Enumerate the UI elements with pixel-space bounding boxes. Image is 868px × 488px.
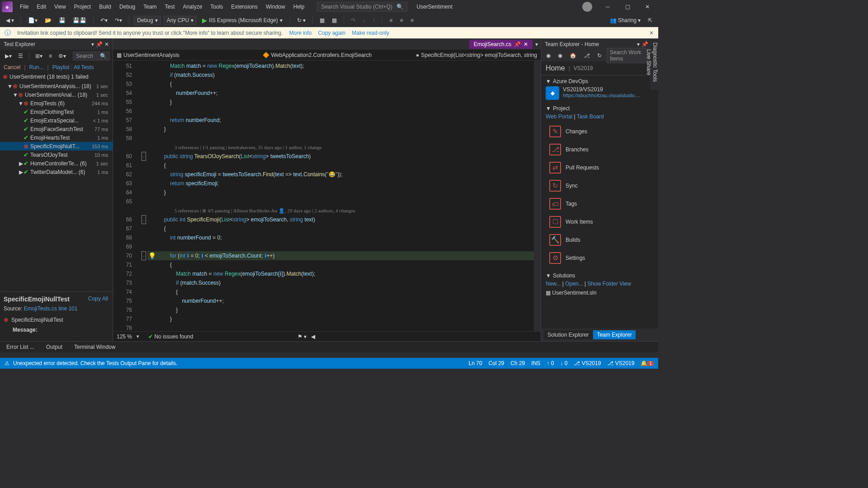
close-icon[interactable]: ✕: [104, 41, 109, 47]
save[interactable]: 💾: [57, 16, 68, 25]
user-avatar[interactable]: [582, 2, 592, 12]
global-search[interactable]: Search Visual Studio (Ctrl+Q) 🔍: [317, 2, 407, 12]
test-search[interactable]: Search🔍: [73, 52, 110, 61]
editor-tab-active[interactable]: EmojiSearch.cs 📌 ✕: [469, 40, 533, 49]
pin-icon[interactable]: 📌: [96, 41, 103, 47]
task-board-link[interactable]: Task Board: [577, 113, 604, 120]
tool1[interactable]: ▦: [317, 16, 327, 25]
diagnostic-tools-tab[interactable]: Diagnostic Tools: [652, 42, 658, 82]
group-by-icon[interactable]: ⊞▾: [33, 52, 45, 61]
nav-back[interactable]: ◀ ▾: [4, 16, 16, 25]
tab-pin-icon[interactable]: 📌: [514, 41, 521, 47]
more-info-link[interactable]: More info: [289, 30, 312, 36]
tool2[interactable]: ▦: [330, 16, 339, 25]
project-item-settings[interactable]: ⚙Settings: [546, 249, 654, 267]
platform-dropdown[interactable]: Any CPU ▾: [164, 16, 197, 25]
menu-edit[interactable]: Edit: [33, 2, 50, 12]
tab-overflow[interactable]: ▾: [533, 41, 541, 47]
output-tab[interactable]: Error List ...: [3, 343, 38, 352]
menu-project[interactable]: Project: [71, 2, 94, 12]
output-tab[interactable]: Terminal Window: [71, 343, 119, 352]
menu-file[interactable]: File: [16, 2, 32, 12]
test-row[interactable]: ▶✔HomeControllerTe... (6)1 sec: [0, 159, 113, 168]
playlist-link[interactable]: Playlist : All Tests: [52, 64, 94, 70]
menu-debug[interactable]: Debug: [116, 2, 139, 12]
step-out[interactable]: ↑: [370, 16, 377, 25]
copy-again-link[interactable]: Copy again: [318, 30, 346, 36]
live-share-tab[interactable]: Live Share: [646, 42, 652, 82]
run-button[interactable]: ▶IIS Express (Microsoft Edge) ▾: [199, 16, 285, 25]
close-button[interactable]: ✕: [638, 0, 656, 13]
make-readonly-link[interactable]: Make read-only: [352, 30, 389, 36]
web-portal-link[interactable]: Web Portal: [546, 113, 572, 120]
share-icon[interactable]: ⇱: [646, 16, 655, 25]
settings-icon[interactable]: ⚙▾: [56, 52, 68, 61]
project-item-work-items[interactable]: ☐Work Items: [546, 213, 654, 231]
solution-explorer-tab[interactable]: Solution Explorer: [544, 330, 592, 339]
project-item-sync[interactable]: ↻Sync: [546, 177, 654, 195]
sb-repo[interactable]: ⎇ VS2019: [574, 360, 601, 366]
test-row[interactable]: ▼⊗UserSentimentAnal... (18)1 sec: [0, 90, 113, 99]
test-root[interactable]: ⊗ UserSentiment (18 tests) 1 failed: [0, 72, 113, 81]
menu-extensions[interactable]: Extensions: [227, 2, 261, 12]
lightbulb-icon[interactable]: 💡: [148, 251, 156, 260]
bp2[interactable]: ■: [397, 16, 405, 25]
maximize-button[interactable]: ▢: [618, 0, 637, 13]
menu-test[interactable]: Test: [161, 2, 179, 12]
test-row[interactable]: ⊗SpecificEmojiNullT...153 ms: [0, 142, 113, 150]
bp3[interactable]: ■: [408, 16, 416, 25]
menu-window[interactable]: Window: [262, 2, 289, 12]
home-icon[interactable]: 🏠: [567, 51, 579, 60]
zoom-level[interactable]: 125 %: [117, 333, 132, 340]
new-item[interactable]: 📄▾: [26, 16, 40, 25]
menu-help[interactable]: Help: [290, 2, 308, 12]
test-row[interactable]: ✔TearsOfJoyTest10 ms: [0, 150, 113, 159]
menu-tools[interactable]: Tools: [207, 2, 226, 12]
cancel-link[interactable]: Cancel: [4, 64, 20, 70]
menu-view[interactable]: View: [51, 2, 70, 12]
undo[interactable]: ↶▾: [98, 16, 110, 25]
save-all[interactable]: 💾💾: [71, 16, 89, 25]
test-row[interactable]: ▼⊗EmojiTests (6)244 ms: [0, 99, 113, 108]
source-link[interactable]: EmojiTests.cs line 101: [24, 305, 78, 312]
sb-pull[interactable]: ↓ 0: [560, 360, 567, 366]
config-dropdown[interactable]: Debug ▾: [134, 16, 160, 25]
test-row[interactable]: ▼⊗UserSentimentAnalysis... (18)1 sec: [0, 82, 113, 90]
refresh-icon[interactable]: ↻: [595, 51, 604, 60]
test-row[interactable]: ✔EmojiClothingTest1 ms: [0, 108, 113, 116]
fwd-icon[interactable]: ◉: [556, 51, 565, 60]
refresh[interactable]: ↻ ▾: [295, 16, 308, 25]
redo[interactable]: ↷▾: [113, 16, 124, 25]
code-content[interactable]: Match match = new Regex(emojiToSearch).M…: [147, 61, 534, 331]
azure-heading[interactable]: ▼ Azure DevOps: [546, 78, 654, 84]
bc-method[interactable]: ● SpecificEmoji(List<string> emojiToSear…: [416, 52, 537, 58]
project-item-tags[interactable]: 🏷Tags: [546, 195, 654, 213]
notifications[interactable]: 🔔1: [641, 360, 654, 366]
run-tests-icon[interactable]: ▶▾: [3, 52, 14, 61]
menu-team[interactable]: Team: [140, 2, 160, 12]
menu-analyze[interactable]: Analyze: [179, 2, 206, 12]
test-row[interactable]: ▶✔TwitterDataModel... (6)1 ms: [0, 168, 113, 176]
sb-push[interactable]: ↑ 0: [547, 360, 554, 366]
list-icon[interactable]: ≡: [47, 52, 54, 61]
project-item-builds[interactable]: 🔨Builds: [546, 231, 654, 249]
project-item-pull-requests[interactable]: ⇄Pull Requests: [546, 159, 654, 177]
project-heading[interactable]: ▼ Project: [546, 105, 654, 112]
run-link[interactable]: Run...: [29, 64, 43, 70]
test-row[interactable]: ✔EmojiFaceSearchTest77 ms: [0, 125, 113, 133]
live-share[interactable]: 👥 Sharing ▾: [608, 16, 643, 25]
scroll-strip[interactable]: [534, 61, 541, 331]
dropdown-icon[interactable]: ▾: [91, 41, 94, 47]
project-item-branches[interactable]: ⎇Branches: [546, 141, 654, 159]
bc-project[interactable]: ▦ UserSentimentAnalysis: [117, 52, 179, 58]
sb-branch[interactable]: ⎇ VS2019: [607, 360, 634, 366]
bc-namespace[interactable]: 🔶 WebApplication2.Controllers.EmojiSearc…: [263, 52, 372, 58]
code-editor[interactable]: 5152535455565758596061626364656667686970…: [113, 61, 541, 331]
menu-build[interactable]: Build: [95, 2, 115, 12]
solutions-heading[interactable]: ▼ Solutions: [546, 272, 654, 279]
back-icon[interactable]: ◉: [544, 51, 553, 60]
test-row[interactable]: ✔EmojiHeartsTest1 ms: [0, 133, 113, 142]
project-item-changes[interactable]: ✎Changes: [546, 122, 654, 141]
branch-icon[interactable]: ⎇: [581, 51, 592, 60]
step-over[interactable]: ↷: [349, 16, 358, 25]
